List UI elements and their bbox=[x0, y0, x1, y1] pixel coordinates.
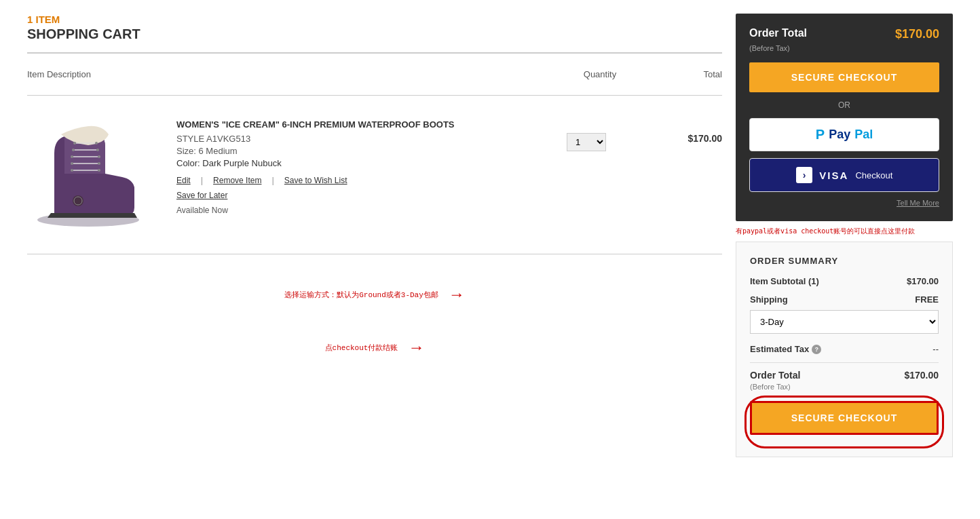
boot-illustration bbox=[27, 119, 149, 228]
tax-label: Estimated Tax ? bbox=[750, 344, 821, 354]
order-summary-box: ORDER SUMMARY Item Subtotal (1) $170.00 … bbox=[736, 242, 953, 457]
item-style: STYLE A1VKG513 bbox=[176, 134, 532, 144]
before-tax-label: (Before Tax) bbox=[749, 44, 939, 52]
item-name: WOMEN'S "ICE CREAM" 6-INCH PREMIUM WATER… bbox=[176, 119, 532, 130]
checkout-annotation: 点checkout付款结账 → bbox=[27, 324, 722, 370]
cart-item: WOMEN'S "ICE CREAM" 6-INCH PREMIUM WATER… bbox=[27, 106, 722, 244]
order-total-amount: $170.00 bbox=[895, 27, 939, 41]
tax-value: -- bbox=[932, 344, 939, 354]
secure-checkout-bottom-button[interactable]: SECURE CHECKOUT bbox=[750, 401, 939, 435]
tell-me-more-link[interactable]: Tell Me More bbox=[897, 199, 939, 207]
visa-text: VISA bbox=[819, 170, 848, 181]
order-summary-title: ORDER SUMMARY bbox=[750, 256, 939, 266]
sidebar: Order Total $170.00 (Before Tax) SECURE … bbox=[736, 14, 953, 457]
wish-list-link[interactable]: Save to Wish List bbox=[284, 176, 347, 185]
shipping-label: Shipping bbox=[750, 294, 788, 305]
col-description: Item Description bbox=[27, 69, 559, 79]
paypal-pay-text: Pay bbox=[829, 128, 850, 142]
order-total-summary-value: $170.00 bbox=[904, 370, 939, 381]
order-total-summary: Order Total $170.00 (Before Tax) bbox=[750, 362, 939, 391]
secure-checkout-top-button[interactable]: SECURE CHECKOUT bbox=[749, 62, 939, 92]
cart-header: 1 ITEM SHOPPING CART bbox=[27, 14, 722, 42]
item-quantity-wrapper: 1 2 3 4 5 bbox=[546, 119, 627, 151]
svg-point-15 bbox=[98, 169, 100, 172]
color-value: Dark Purple Nubuck bbox=[202, 158, 281, 168]
tell-me-more: Tell Me More bbox=[749, 197, 939, 208]
tax-row: Estimated Tax ? -- bbox=[750, 344, 939, 354]
main-divider bbox=[27, 52, 722, 54]
size-value: 6 Medium bbox=[199, 146, 238, 156]
svg-point-11 bbox=[98, 155, 100, 158]
shipping-select[interactable]: 3-Day Ground 2-Day Overnight bbox=[750, 310, 939, 334]
item-color: Color: Dark Purple Nubuck bbox=[176, 158, 532, 168]
visa-chevron-icon: › bbox=[796, 167, 813, 183]
edit-link[interactable]: Edit bbox=[176, 176, 191, 185]
checkout-bottom-wrapper: SECURE CHECKOUT bbox=[750, 401, 939, 443]
svg-point-7 bbox=[95, 142, 98, 145]
save-later-wrapper: Save for Later bbox=[176, 191, 532, 200]
visa-checkout-label: Checkout bbox=[855, 170, 892, 180]
paypal-annotation-row: 有paypal或者visa checkout账号的可以直接点这里付款 bbox=[736, 227, 953, 236]
col-divider bbox=[27, 95, 722, 96]
shipping-annotation-text: 选择运输方式：默认为Ground或者3-Day包邮 bbox=[284, 290, 438, 300]
item-actions: Edit | Remove Item | Save to Wish List bbox=[176, 175, 532, 185]
shipping-free-value: FREE bbox=[915, 294, 939, 305]
or-divider: OR bbox=[749, 100, 939, 110]
item-bottom-divider bbox=[27, 254, 722, 254]
item-size: Size: 6 Medium bbox=[176, 146, 532, 156]
item-image bbox=[27, 119, 163, 230]
paypal-annotation-text: 有paypal或者visa checkout账号的可以直接点这里付款 bbox=[736, 227, 953, 236]
svg-point-8 bbox=[72, 149, 75, 151]
paypal-pal-text: Pal bbox=[854, 128, 873, 142]
order-total-before-tax: (Before Tax) bbox=[750, 383, 939, 391]
visa-checkout-button[interactable]: › VISA Checkout bbox=[749, 158, 939, 192]
color-label: Color: bbox=[176, 158, 200, 168]
svg-point-10 bbox=[71, 155, 73, 158]
item-count: 1 ITEM bbox=[27, 14, 722, 25]
separator-2: | bbox=[271, 175, 274, 185]
size-label: Size: bbox=[176, 146, 196, 156]
availability: Available Now bbox=[176, 206, 532, 215]
order-total-box: Order Total $170.00 (Before Tax) SECURE … bbox=[736, 14, 953, 221]
quantity-select[interactable]: 1 2 3 4 5 bbox=[567, 133, 606, 151]
item-subtotal-value: $170.00 bbox=[907, 276, 939, 286]
remove-item-link[interactable]: Remove Item bbox=[213, 176, 261, 185]
item-price: $170.00 bbox=[641, 119, 722, 144]
checkout-arrow-icon: → bbox=[408, 338, 424, 357]
col-total: Total bbox=[641, 69, 722, 79]
order-total-label: Order Total bbox=[749, 27, 807, 39]
order-total-header: Order Total $170.00 bbox=[749, 27, 939, 41]
paypal-button[interactable]: P Pay Pal bbox=[749, 118, 939, 151]
svg-point-13 bbox=[98, 162, 100, 165]
checkout-annotation-text: 点checkout付款结账 bbox=[325, 343, 398, 353]
svg-point-12 bbox=[71, 162, 73, 165]
svg-point-14 bbox=[71, 169, 73, 172]
item-subtotal-row: Item Subtotal (1) $170.00 bbox=[750, 276, 939, 286]
shipping-arrow-icon: → bbox=[449, 285, 465, 304]
shipping-label-row: Shipping FREE bbox=[750, 294, 939, 305]
col-quantity: Quantity bbox=[559, 69, 641, 79]
svg-point-6 bbox=[73, 142, 76, 145]
tax-info-icon[interactable]: ? bbox=[812, 345, 821, 354]
total-row: Order Total $170.00 bbox=[750, 370, 939, 381]
item-details: WOMEN'S "ICE CREAM" 6-INCH PREMIUM WATER… bbox=[176, 119, 532, 215]
separator-1: | bbox=[201, 175, 203, 185]
paypal-p-icon: P bbox=[816, 127, 825, 142]
column-headers: Item Description Quantity Total bbox=[27, 64, 722, 85]
svg-point-9 bbox=[96, 149, 99, 151]
item-subtotal-label: Item Subtotal (1) bbox=[750, 276, 819, 286]
save-later-link[interactable]: Save for Later bbox=[176, 191, 532, 200]
shipping-annotation: 选择运输方式：默认为Ground或者3-Day包邮 → bbox=[27, 265, 722, 324]
order-total-summary-label: Order Total bbox=[750, 370, 800, 381]
cart-title: SHOPPING CART bbox=[27, 26, 722, 42]
